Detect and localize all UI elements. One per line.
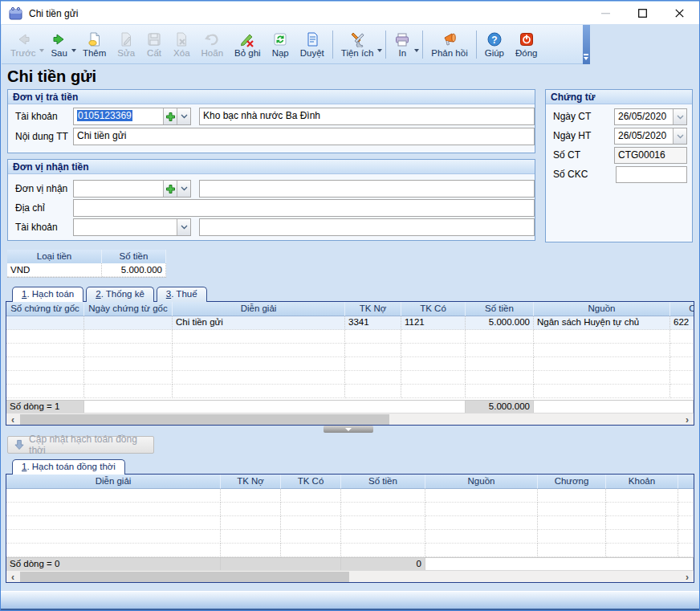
toolbar-button-utilities[interactable]: Tiện ích xyxy=(336,31,379,59)
toolbar-button-label: Đóng xyxy=(515,48,538,58)
amount-cell[interactable]: 5.000.000 xyxy=(102,263,166,277)
grid-cell[interactable]: 1121 xyxy=(401,316,466,330)
grid-cell xyxy=(425,530,538,544)
grid-cell xyxy=(221,530,281,544)
toolbar-overflow-button[interactable] xyxy=(583,25,590,64)
toolbar-overflow-icon xyxy=(584,54,588,55)
grid-cell xyxy=(6,385,84,398)
toolbar-button-unpost[interactable]: Bỏ ghi xyxy=(229,31,267,59)
tab-main-3[interactable]: 3. Thuế xyxy=(157,287,207,302)
grid-cell xyxy=(345,371,401,385)
scroll-left-icon[interactable]: ‹ xyxy=(6,571,19,583)
toolbar-button-feedback[interactable]: Phản hồi xyxy=(425,31,473,59)
grid-cell[interactable] xyxy=(84,316,173,330)
toolbar-button-label: Xóa xyxy=(173,48,189,58)
close-button[interactable] xyxy=(661,2,698,25)
back-icon xyxy=(15,31,31,47)
toolbar-button-close-app[interactable]: Đóng xyxy=(510,31,543,59)
voucher-date-ct-field[interactable]: 26/05/2020 xyxy=(614,108,687,125)
grid-cell xyxy=(6,530,221,544)
grid-cell xyxy=(173,371,345,385)
grid-row xyxy=(6,385,694,398)
grid2-hscrollbar[interactable]: ‹ › xyxy=(6,570,694,582)
toolbar-separator xyxy=(385,31,386,59)
splitter-handle[interactable] xyxy=(324,426,373,433)
receiver-bank-field[interactable] xyxy=(199,218,535,236)
currency-code-cell[interactable]: VND xyxy=(7,263,102,277)
scroll-right-icon[interactable]: › xyxy=(681,413,694,426)
currency-header: Loại tiền xyxy=(7,250,102,263)
date-ht-dropdown-button[interactable] xyxy=(673,128,686,144)
payer-content-label: Nội dung TT xyxy=(15,131,68,142)
grid-cell[interactable] xyxy=(6,316,84,330)
grid-cell xyxy=(425,489,538,503)
utilities-icon xyxy=(349,31,365,47)
grid-footer-filler xyxy=(84,401,466,413)
grid-cell xyxy=(281,489,341,503)
voucher-ckc-field[interactable] xyxy=(616,166,687,183)
grid-header-cell: Diễn giải xyxy=(173,302,345,316)
date-ct-dropdown-button[interactable] xyxy=(673,109,686,124)
secondary-tabs: 1. Hạch toán đồng thời xyxy=(12,459,125,475)
chevron-down-icon[interactable] xyxy=(377,49,382,52)
voucher-date-ht-field[interactable]: 26/05/2020 xyxy=(614,128,687,145)
grid-header-cell: TK Có xyxy=(401,302,466,316)
add-account-button[interactable] xyxy=(163,108,177,124)
tab-main-1[interactable]: 1. Hạch toán xyxy=(12,287,83,302)
grid-header-cell: TK Có xyxy=(281,475,341,489)
add-receiver-button[interactable] xyxy=(163,181,177,197)
chevron-down-icon[interactable] xyxy=(71,49,76,52)
update-simultaneous-button: Cập nhật hạch toán đồng thời xyxy=(7,436,154,454)
toolbar-button-back: Trước xyxy=(5,31,41,59)
receiver-unit-label: Đơn vị nhận xyxy=(15,183,67,194)
toolbar-button-label: Sửa xyxy=(117,48,135,58)
receiver-unit-dropdown-button[interactable] xyxy=(177,181,190,197)
grid-cell xyxy=(670,330,694,344)
toolbar-button-add[interactable]: Thêm xyxy=(77,31,112,59)
grid-cell[interactable]: Chi tiền gửi xyxy=(173,316,345,330)
grid-cell[interactable]: 5.000.000 xyxy=(466,316,534,330)
grid1-hscrollbar[interactable]: ‹ › xyxy=(6,413,694,425)
tab-main-2[interactable]: 2. Thống kê xyxy=(86,287,154,302)
chevron-down-icon xyxy=(345,428,352,431)
grid-header-cell: Số tiền xyxy=(466,302,534,316)
currency-table: Loại tiền Số tiền VND 5.000.000 xyxy=(7,250,166,278)
grid-cell xyxy=(466,330,534,344)
chevron-down-icon[interactable] xyxy=(414,49,419,52)
status-bar xyxy=(1,591,699,610)
grid-cell[interactable]: 3341 xyxy=(345,316,401,330)
tab-secondary-1[interactable]: 1. Hạch toán đồng thời xyxy=(12,459,125,475)
toolbar-button-reload[interactable]: Nạp xyxy=(267,31,295,59)
grid-cell xyxy=(84,357,173,371)
scroll-thumb[interactable] xyxy=(20,414,389,425)
plus-icon xyxy=(166,185,175,193)
grid-cell xyxy=(466,344,534,357)
receiver-unit-combo[interactable] xyxy=(73,180,191,198)
grid-cell xyxy=(345,344,401,357)
toolbar-button-forward[interactable]: Sau xyxy=(45,31,72,59)
chevron-down-icon xyxy=(677,134,684,139)
payer-account-dropdown-button[interactable] xyxy=(177,108,190,124)
scroll-thumb[interactable] xyxy=(20,572,349,582)
maximize-button[interactable] xyxy=(624,2,661,25)
receiver-account-combo[interactable] xyxy=(73,218,191,236)
scroll-left-icon[interactable]: ‹ xyxy=(6,413,19,426)
tab-label: . Thống kê xyxy=(101,289,144,299)
toolbar-button-approve[interactable]: Duyệt xyxy=(295,31,330,59)
toolbar-button-help[interactable]: ?Giúp xyxy=(479,31,510,59)
payer-account-combo[interactable]: 0105123369 xyxy=(73,108,191,125)
payer-account-name-field[interactable]: Kho bạc nhà nước Ba Đình xyxy=(199,108,535,125)
payer-content-field[interactable]: Chi tiền gửi xyxy=(73,128,535,145)
toolbar-separator xyxy=(422,31,423,59)
voucher-ckc-label: Số CKC xyxy=(553,169,588,180)
grid-cell[interactable]: Ngân sách Huyện tự chủ xyxy=(534,316,670,330)
toolbar-button-print[interactable]: In xyxy=(389,31,416,59)
grid-cell[interactable]: 622 xyxy=(670,316,694,330)
grid-cell xyxy=(6,330,84,344)
scroll-right-icon[interactable]: › xyxy=(681,571,694,583)
voucher-number-field[interactable]: CTG00016 xyxy=(614,147,687,164)
receiver-address-field[interactable] xyxy=(73,199,535,217)
toolbar-button-label: Thêm xyxy=(83,48,106,58)
receiver-account-dropdown-button[interactable] xyxy=(177,219,190,235)
receiver-name-field[interactable] xyxy=(199,180,535,198)
